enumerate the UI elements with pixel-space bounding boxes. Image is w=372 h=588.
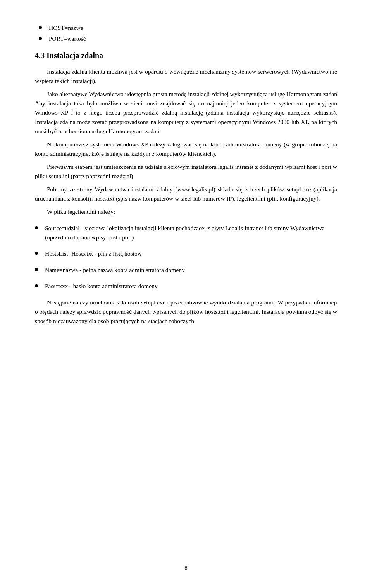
bullet-item-text: Name=nazwa - pełna nazwa konta administr… <box>45 265 337 275</box>
bullet-item-text: Source=udział - sieciowa lokalizacja ins… <box>45 224 337 242</box>
bullet-list: Source=udział - sieciowa lokalizacja ins… <box>35 224 337 291</box>
bullet-item-text: HOST=nazwa <box>49 23 337 33</box>
bullet-dot <box>35 252 38 255</box>
page-number: 8 <box>0 564 372 573</box>
paragraph-3: Na komputerze z systemem Windows XP nale… <box>35 140 337 158</box>
section-heading: 4.3 Instalacja zdalna <box>35 50 337 62</box>
list-item: Pass=xxx - hasło konta administratora do… <box>35 282 337 291</box>
paragraph-1: Instalacja zdalna klienta możliwa jest w… <box>35 67 337 86</box>
bullet-dot <box>39 26 42 29</box>
paragraph-5: Pobrany ze strony Wydawnictwa instalator… <box>35 185 337 203</box>
bullet-dot <box>35 284 38 287</box>
paragraph-4: Pierwszym etapem jest umieszczenie na ud… <box>35 162 337 181</box>
bullet-dot <box>35 268 38 271</box>
bullet-item-text: HostsList=Hosts.txt - plik z listą hostó… <box>45 249 337 258</box>
closing-paragraph: Następnie należy uruchomić z konsoli set… <box>35 298 337 326</box>
page: HOST=nazwa PORT=wartość 4.3 Instalacja z… <box>0 0 372 588</box>
list-item: HostsList=Hosts.txt - plik z listą hostó… <box>35 249 337 258</box>
bullet-dot <box>35 226 38 229</box>
paragraph-2: Jako alternatywę Wydawnictwo udostępnia … <box>35 89 337 136</box>
list-item: Source=udział - sieciowa lokalizacja ins… <box>35 224 337 242</box>
bullet-item-text: Pass=xxx - hasło konta administratora do… <box>45 282 337 291</box>
bullet-item-text: PORT=wartość <box>49 34 337 43</box>
paragraph-6: W pliku legclient.ini należy: <box>35 207 337 217</box>
list-item: Name=nazwa - pełna nazwa konta administr… <box>35 265 337 275</box>
bullet-dot <box>39 37 42 40</box>
list-item: HOST=nazwa <box>39 23 337 33</box>
list-item: PORT=wartość <box>39 34 337 43</box>
top-bullet-list: HOST=nazwa PORT=wartość <box>39 23 337 43</box>
